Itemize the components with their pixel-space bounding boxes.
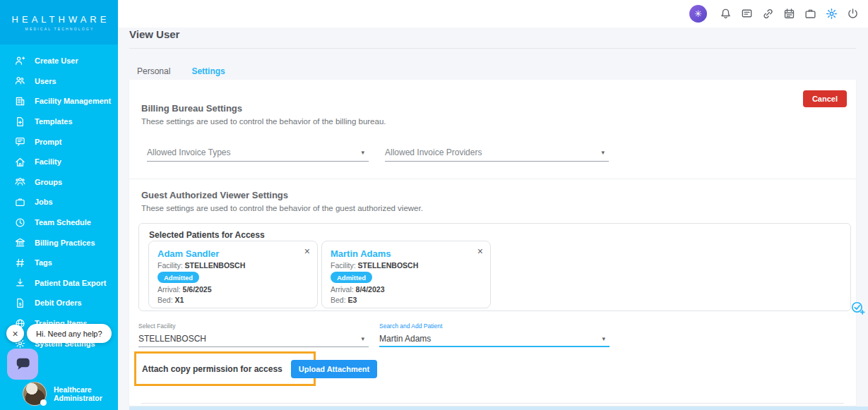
- sidebar-item-team-schedule[interactable]: Team Schedule: [0, 212, 118, 233]
- sidebar-item-label: Facility: [35, 157, 61, 166]
- remove-patient-icon[interactable]: ×: [477, 246, 483, 257]
- add-check-icon[interactable]: [850, 301, 865, 315]
- remove-patient-icon[interactable]: ×: [304, 246, 310, 257]
- chat-launcher-button[interactable]: [7, 349, 38, 380]
- patient-name-link[interactable]: Adam Sandler: [157, 248, 309, 259]
- page-title: View User: [129, 28, 179, 40]
- patient-data-export-icon: [15, 277, 25, 288]
- billing-settings-heading: Billing Bureau Settings: [141, 103, 242, 114]
- chevron-down-icon: ▾: [361, 335, 364, 342]
- patient-card: Martin Adams×Facility: STELLENBOSCHAdmit…: [321, 241, 491, 308]
- allowed-invoice-types-select[interactable]: Allowed Invoice Types ▾: [147, 143, 369, 162]
- notifications-bell-icon[interactable]: [720, 8, 732, 20]
- sidebar-item-groups[interactable]: Groups: [0, 172, 118, 193]
- logo-subtitle: MEDICAL TECHNOLOGY: [24, 27, 95, 31]
- next-section-strip: [129, 406, 868, 410]
- chat-bubble-icon: [14, 356, 31, 372]
- sidebar-nav: Create UserUsersFacility ManagementTempl…: [0, 51, 118, 354]
- select-facility-dropdown[interactable]: Select Facility STELLENBOSCH ▾: [138, 322, 369, 347]
- title-divider: [129, 48, 856, 49]
- sidebar-item-billing-practices[interactable]: Billing Practices: [0, 232, 118, 253]
- cancel-button[interactable]: Cancel: [803, 90, 847, 107]
- sidebar-item-facility[interactable]: Facility: [0, 152, 118, 172]
- sidebar-item-label: Debit Orders: [35, 299, 82, 307]
- sidebar-item-create-user[interactable]: Create User: [0, 51, 118, 71]
- messages-icon[interactable]: [741, 8, 753, 20]
- upload-attachment-button[interactable]: Upload Attachment: [291, 360, 377, 378]
- prompt-icon: [15, 136, 25, 147]
- bottom-divider: [141, 403, 844, 404]
- sidebar-item-label: Create User: [35, 56, 78, 65]
- allowed-invoice-providers-select[interactable]: Allowed Invoice Providers ▾: [385, 143, 609, 162]
- chat-close-button[interactable]: ×: [6, 325, 24, 342]
- patient-name-link[interactable]: Martin Adams: [331, 248, 482, 259]
- groups-icon: [15, 176, 25, 187]
- calendar-icon[interactable]: [783, 8, 795, 20]
- link-icon[interactable]: [762, 8, 774, 20]
- create-user-icon: [15, 56, 25, 66]
- patient-bed: Bed: E3: [331, 296, 482, 304]
- patient-facility: Facility: STELLENBOSCH: [157, 261, 309, 270]
- sidebar-item-patient-data-export[interactable]: Patient Data Export: [0, 273, 118, 294]
- sidebar-item-tags[interactable]: Tags: [0, 253, 118, 273]
- selected-patients-box: Selected Patients for Access Adam Sandle…: [138, 223, 851, 311]
- select-label: Allowed Invoice Types: [147, 147, 231, 157]
- online-status-dot: [40, 399, 47, 406]
- settings-gear-icon[interactable]: [826, 8, 838, 20]
- facility-icon: [15, 157, 25, 167]
- sidebar-item-label: Templates: [35, 117, 73, 126]
- select-label: Allowed Invoice Providers: [385, 147, 482, 157]
- sidebar-item-facility-management[interactable]: Facility Management: [0, 91, 118, 111]
- sidebar-item-users[interactable]: Users: [0, 71, 118, 92]
- search-add-patient-value: Martin Adams: [379, 334, 431, 344]
- chevron-down-icon: ▾: [601, 149, 605, 156]
- settings-card: Cancel Billing Bureau Settings These set…: [129, 80, 856, 406]
- main-area: ✳ View User PersonalSettings Cancel Bill…: [118, 0, 868, 410]
- sidebar-item-debit-orders[interactable]: $Debit Orders: [0, 293, 118, 313]
- power-icon[interactable]: [847, 8, 859, 20]
- sidebar-item-label: Billing Practices: [35, 239, 95, 247]
- select-facility-value: STELLENBOSCH: [138, 334, 206, 344]
- svg-text:$: $: [19, 301, 22, 306]
- assistant-icon[interactable]: ✳: [689, 5, 707, 23]
- sidebar-item-label: Facility Management: [35, 97, 111, 105]
- sidebar-item-templates[interactable]: Templates: [0, 111, 118, 132]
- guest-viewer-settings-description: These settings are used to control the b…: [141, 204, 423, 212]
- chat-greeting-bubble[interactable]: Hi. Need any help?: [27, 324, 112, 343]
- attach-permission-label: Attach copy permission for access: [142, 364, 283, 374]
- patient-bed: Bed: X1: [157, 296, 309, 304]
- patient-facility: Facility: STELLENBOSCH: [331, 261, 482, 270]
- sidebar-item-label: Groups: [35, 178, 62, 186]
- close-icon: ×: [12, 328, 18, 339]
- sidebar-item-jobs[interactable]: Jobs: [0, 192, 118, 212]
- debit-orders-icon: $: [15, 298, 25, 308]
- user-name-label: Healthcare Administrator: [54, 385, 118, 402]
- sidebar-item-label: Prompt: [35, 138, 62, 146]
- status-badge: Admitted: [157, 272, 199, 283]
- section-divider: [129, 179, 856, 179]
- patient-arrival: Arrival: 8/4/2023: [331, 285, 482, 294]
- facility-management-icon: [15, 96, 25, 107]
- templates-icon: [15, 116, 25, 127]
- attachment-highlight-box: Attach copy permission for access Upload…: [134, 351, 316, 386]
- search-add-patient-dropdown[interactable]: Search and Add Patient Martin Adams ▾: [379, 322, 610, 347]
- team-schedule-icon: [15, 217, 25, 228]
- selected-patients-label: Selected Patients for Access: [149, 230, 265, 240]
- sidebar-item-label: Jobs: [35, 198, 53, 206]
- sidebar-item-label: Users: [35, 77, 57, 85]
- tags-icon: [15, 258, 25, 268]
- sidebar-item-prompt[interactable]: Prompt: [0, 131, 118, 152]
- patient-arrival: Arrival: 5/6/2025: [157, 285, 309, 294]
- briefcase-icon[interactable]: [804, 8, 816, 20]
- guest-viewer-settings-heading: Guest Authorized Viewer Settings: [141, 190, 288, 200]
- logo-title: HEALTHWARE: [8, 14, 110, 25]
- chevron-down-icon: ▾: [361, 149, 364, 156]
- users-icon: [15, 76, 25, 86]
- search-add-patient-label: Search and Add Patient: [379, 322, 610, 330]
- sidebar-item-label: Patient Data Export: [35, 279, 106, 287]
- sidebar-user[interactable]: Healthcare Administrator: [0, 382, 118, 406]
- patient-card: Adam Sandler×Facility: STELLENBOSCHAdmit…: [148, 241, 318, 308]
- app-logo: HEALTHWARE MEDICAL TECHNOLOGY: [0, 0, 118, 44]
- select-facility-label: Select Facility: [138, 322, 369, 330]
- billing-practices-icon: [15, 237, 25, 248]
